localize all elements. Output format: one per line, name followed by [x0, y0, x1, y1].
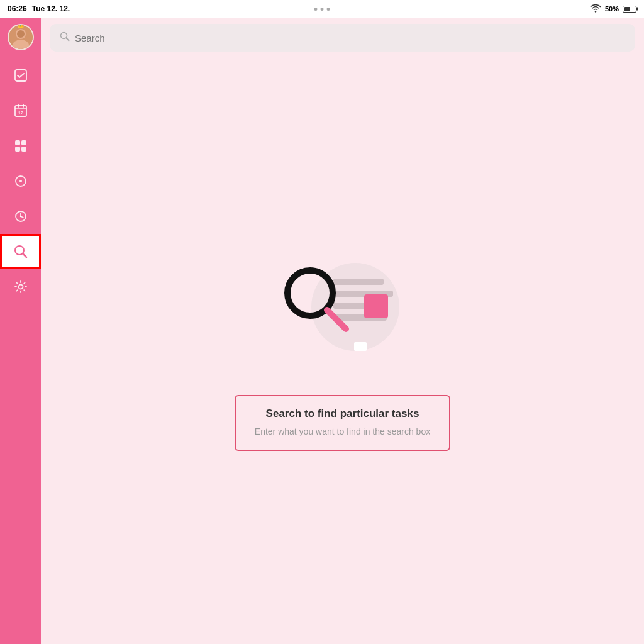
svg-rect-11: [15, 140, 20, 145]
svg-line-22: [23, 253, 26, 257]
search-illustration: [280, 250, 406, 376]
sidebar-item-search[interactable]: [0, 234, 41, 269]
status-right: 50%: [590, 4, 636, 13]
main-content: Search to find particular tasks Enter wh…: [41, 57, 644, 644]
svg-point-20: [19, 216, 21, 217]
empty-state-title: Search to find particular tasks: [255, 408, 430, 420]
dot-3: [327, 8, 330, 11]
svg-line-25: [67, 38, 69, 41]
svg-point-23: [18, 285, 23, 289]
time-display: 06:26: [8, 4, 27, 13]
search-magnifier-icon: [60, 31, 70, 42]
avatar-face: [9, 25, 33, 49]
history-icon: [14, 209, 28, 223]
search-bar[interactable]: [50, 24, 635, 52]
dot-2: [321, 8, 324, 11]
search-input[interactable]: [75, 33, 625, 43]
sidebar-avatar[interactable]: 👑: [8, 24, 34, 50]
status-left: 06:26 Tue 12. 12.: [8, 4, 70, 13]
sidebar-item-history[interactable]: [0, 199, 41, 234]
empty-state-subtitle: Enter what you want to find in the searc…: [255, 425, 430, 438]
crown-icon: 👑: [16, 24, 25, 28]
tasks-icon: [14, 69, 28, 82]
sidebar: 👑 12: [0, 18, 41, 644]
date-display: Tue 12. 12.: [32, 4, 70, 13]
battery-percent: 50%: [605, 5, 619, 13]
svg-rect-13: [15, 147, 20, 152]
settings-icon: [14, 280, 28, 294]
content-area: Search to find particular tasks Enter wh…: [41, 18, 644, 644]
svg-rect-14: [21, 147, 26, 152]
svg-point-4: [17, 30, 25, 38]
apps-icon: [14, 139, 28, 153]
sidebar-item-apps[interactable]: [0, 128, 41, 164]
svg-rect-12: [21, 140, 26, 145]
doc-white-rect: [354, 342, 367, 351]
status-bar: 06:26 Tue 12. 12. 50%: [0, 0, 644, 18]
dot-1: [314, 8, 318, 11]
search-bar-container: [41, 18, 644, 57]
app-container: 👑 12: [0, 18, 644, 644]
svg-point-16: [19, 180, 22, 182]
wifi-icon: [590, 4, 601, 13]
magnifier-svg: [280, 263, 355, 338]
avatar-image: 👑: [9, 25, 33, 49]
doc-pink-square: [364, 294, 388, 318]
sidebar-item-timer[interactable]: [0, 164, 41, 199]
battery-icon: [623, 6, 636, 13]
search-icon: [14, 245, 28, 258]
calendar-icon: 12: [14, 104, 28, 118]
svg-text:12: 12: [18, 111, 23, 115]
svg-point-0: [595, 11, 596, 12]
empty-state-info-box: Search to find particular tasks Enter wh…: [235, 395, 450, 451]
sidebar-item-calendar[interactable]: 12: [0, 93, 41, 128]
sidebar-item-tasks[interactable]: [0, 58, 41, 93]
svg-line-27: [327, 310, 346, 329]
timer-icon: [14, 174, 28, 188]
sidebar-item-settings[interactable]: [0, 269, 41, 304]
search-bar-icon: [60, 31, 70, 44]
